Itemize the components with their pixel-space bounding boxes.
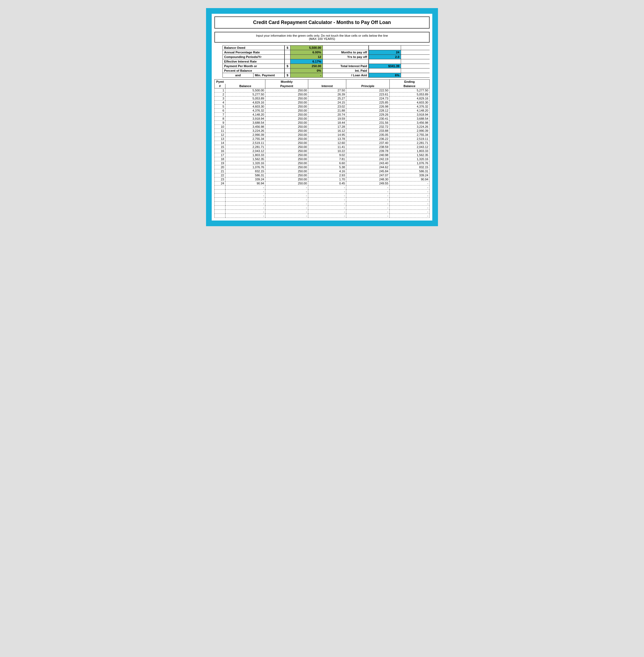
col-interest-header1 <box>308 79 346 84</box>
table-row: 142,519.11250.0012.60237.402,281.71 <box>215 141 430 145</box>
balance-owed-input[interactable]: 5,500.00 <box>291 46 323 50</box>
min-payment-label: Min. Payment <box>253 73 284 77</box>
col-ending-header1: Ending <box>389 79 429 84</box>
percent-dollar-spacer <box>284 69 291 73</box>
inner-container: Credit Card Repayment Calculator - Month… <box>212 14 432 220</box>
balance-owed-label: Balance Owed <box>223 46 284 50</box>
main-title: Credit Card Repayment Calculator - Month… <box>214 17 430 29</box>
col-payment-header: Payment <box>266 84 308 89</box>
payment-label: Payment Per Month or <box>223 64 284 68</box>
effective-rate-value: 6.17% <box>291 59 323 64</box>
table-row: 2490.94250.000.45249.55- <box>215 182 430 186</box>
loan-amt-value: 6% <box>369 73 401 77</box>
compounding-dollar-spacer <box>284 55 291 59</box>
compounding-input[interactable]: 12 <box>291 55 323 59</box>
col-interest-header: Interest <box>308 84 346 89</box>
table-row: 44,829.16250.0024.15225.854,603.30 <box>215 100 430 104</box>
table-row: 22586.31250.002.93247.07339.24 <box>215 173 430 178</box>
table-row: 152,281.71250.0011.41238.592,043.12 <box>215 145 430 149</box>
table-row: 21832.15250.004.16245.84586.31 <box>215 169 430 173</box>
table-row: 15,500.00250.0027.50222.505,277.50 <box>215 89 430 92</box>
right-value4 <box>369 59 401 64</box>
percent-balance-label: Percent of Balance <box>223 69 284 73</box>
table-row: 25,277.50250.0026.39223.615,053.89 <box>215 92 430 96</box>
and-label: and <box>223 73 253 77</box>
table-row: 181,562.35250.007.81242.191,320.16 <box>215 157 430 161</box>
right-value1 <box>369 46 401 50</box>
total-interest-value: $341.39 <box>369 64 401 68</box>
loan-amt-label: / Loan Amt <box>323 73 369 77</box>
table-row: 35,053.89250.0025.27224.734,829.16 <box>215 96 430 100</box>
total-interest-label: Total Interest Paid <box>323 64 369 68</box>
table-row: ----- <box>215 210 430 214</box>
table-row: ----- <box>215 214 430 218</box>
table-row: ----- <box>215 193 430 197</box>
table-row: ----- <box>215 206 430 210</box>
apr-label: Annual Percentage Rate <box>223 50 284 54</box>
right-spacer4 <box>323 59 369 64</box>
yrs-payoff-label: Yrs to pay off <box>323 55 369 59</box>
months-payoff-value: 24 <box>369 50 401 54</box>
table-row: 113,224.26250.0016.12233.882,990.39 <box>215 129 430 133</box>
table-row: ----- <box>215 189 430 193</box>
col-balance-header: Balance <box>226 84 266 89</box>
balance-dollar-sign: $ <box>284 46 291 50</box>
payment-dollar-sign: $ <box>284 64 291 68</box>
table-row: ----- <box>215 186 430 189</box>
table-row: 122,990.39250.0014.95235.052,755.34 <box>215 133 430 137</box>
col-num-header: # <box>215 84 226 89</box>
amortization-table: Pymt Monthly Ending # Balance Payment In… <box>214 79 430 218</box>
table-row: 23339.24250.001.70248.3090.94 <box>215 178 430 182</box>
yrs-payoff-value: 2.0 <box>369 55 401 59</box>
int-paid-label: Int. Paid <box>323 69 369 73</box>
col-ending-header: Balance <box>389 84 429 89</box>
table-row: 162,043.12250.0010.22239.781,803.33 <box>215 149 430 153</box>
table-row: ----- <box>215 197 430 202</box>
table-row: 171,803.33250.009.02240.981,562.35 <box>215 153 430 157</box>
col-principle-header1 <box>346 79 390 84</box>
col-principle-header: Principle <box>346 84 390 89</box>
apr-input[interactable]: 6.00% <box>291 50 323 54</box>
table-row: ----- <box>215 202 430 206</box>
right-spacer1 <box>323 46 369 50</box>
eff-dollar-spacer <box>284 59 291 64</box>
int-paid-value <box>369 69 401 73</box>
effective-rate-label: Effective Interest Rate <box>223 59 284 64</box>
table-row: 201,076.76250.005.38244.62832.15 <box>215 165 430 169</box>
table-row: 191,320.16250.006.60243.401,076.76 <box>215 161 430 165</box>
table-row: 93,688.54250.0018.44231.563,456.98 <box>215 121 430 125</box>
months-payoff-label: Months to pay off <box>323 50 369 54</box>
table-row: 83,918.94250.0019.59230.413,688.54 <box>215 117 430 121</box>
compounding-label: Compounding Periods/Yr <box>223 55 284 59</box>
min-payment-input[interactable]: - <box>291 73 323 77</box>
percent-balance-input[interactable]: 0% <box>291 69 323 73</box>
table-row: 132,755.34250.0013.78236.222,519.11 <box>215 137 430 141</box>
col-monthly-header: Monthly <box>266 79 308 84</box>
apr-dollar-spacer <box>284 50 291 54</box>
col-balance-header1 <box>226 79 266 84</box>
min-dollar: $ <box>284 73 291 77</box>
table-row: 103,456.98250.0017.28232.723,224.26 <box>215 125 430 129</box>
payment-input[interactable]: 250.00 <box>291 64 323 68</box>
table-row: 54,603.30250.0023.02226.984,376.32 <box>215 104 430 109</box>
table-row: 74,148.20250.0020.74229.263,918.94 <box>215 113 430 117</box>
table-row: 64,376.32250.0021.88228.124,148.20 <box>215 109 430 113</box>
instructions-box: Input your information into the green ce… <box>214 32 430 43</box>
outer-container: Credit Card Repayment Calculator - Month… <box>206 8 438 226</box>
col-pymt-header: Pymt <box>215 79 226 84</box>
